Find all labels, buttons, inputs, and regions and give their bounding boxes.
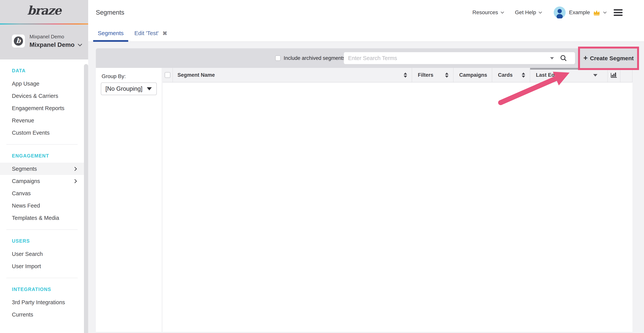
sidebar-item-app-usage[interactable]: App Usage bbox=[0, 78, 84, 90]
section-title-data: DATA bbox=[0, 68, 84, 78]
braze-logo[interactable]: braze bbox=[0, 4, 88, 18]
section-title-engagement: ENGAGEMENT bbox=[0, 153, 84, 163]
brand-gradient-bar bbox=[0, 24, 88, 25]
sidebar-item-user-search[interactable]: User Search bbox=[0, 248, 84, 260]
sidebar-item-revenue[interactable]: Revenue bbox=[0, 114, 84, 127]
tab-segments[interactable]: Segments bbox=[93, 25, 128, 42]
chevron-down-icon[interactable] bbox=[78, 42, 82, 46]
column-segment-name[interactable]: Segment Name bbox=[173, 68, 412, 82]
sidebar-item-user-import[interactable]: User Import bbox=[0, 260, 84, 272]
select-all-checkbox[interactable] bbox=[165, 72, 170, 78]
table-body-empty bbox=[162, 83, 632, 331]
segments-table: Segment Name Filters Campaigns Cards Las… bbox=[162, 68, 632, 332]
top-bar: Segments Resources Get Help Example bbox=[88, 0, 644, 25]
table-header-row: Segment Name Filters Campaigns Cards Las… bbox=[162, 68, 632, 83]
sidebar-item-segments[interactable]: Segments bbox=[0, 163, 84, 175]
close-tab-icon[interactable]: ✖ bbox=[162, 30, 167, 37]
sort-icon[interactable] bbox=[522, 73, 525, 78]
include-archived-label: Include archived segments bbox=[284, 55, 345, 61]
chevron-down-icon bbox=[501, 10, 504, 14]
group-by-label: Group By: bbox=[102, 73, 126, 79]
sidebar-item-custom-events[interactable]: Custom Events bbox=[0, 127, 84, 139]
include-archived-checkbox[interactable] bbox=[275, 56, 280, 61]
search-icon[interactable] bbox=[560, 55, 567, 62]
sidebar-item-3rd-party-integrations[interactable]: 3rd Party Integrations bbox=[0, 296, 84, 308]
column-cards[interactable]: Cards bbox=[492, 68, 530, 82]
resources-menu[interactable]: Resources bbox=[472, 10, 504, 16]
chevron-down-icon[interactable] bbox=[603, 10, 606, 14]
search-dropdown-caret-icon[interactable] bbox=[550, 57, 554, 60]
get-help-menu[interactable]: Get Help bbox=[515, 10, 542, 16]
chevron-right-icon bbox=[73, 179, 77, 183]
sidebar-item-canvas[interactable]: Canvas bbox=[0, 187, 84, 199]
chevron-down-icon bbox=[539, 10, 542, 14]
annotation-highlight-box: + Create Segment bbox=[578, 47, 639, 70]
braze-b-icon: b bbox=[14, 37, 23, 46]
group-by-panel: Group By: [No Grouping] bbox=[96, 68, 162, 332]
user-avatar[interactable] bbox=[554, 7, 566, 19]
sidebar-nav: DATA App Usage Devices & Carriers Engage… bbox=[0, 60, 84, 321]
analytics-chart-icon bbox=[611, 72, 617, 78]
column-campaigns[interactable]: Campaigns bbox=[454, 68, 492, 82]
chevron-right-icon bbox=[73, 167, 77, 171]
column-last-edited[interactable]: Last Edited bbox=[530, 68, 608, 82]
column-analytics[interactable] bbox=[608, 68, 620, 82]
segments-toolbar: Include archived segments + Create Segme… bbox=[96, 48, 636, 68]
caret-down-icon[interactable] bbox=[593, 74, 598, 77]
workspace-app-icon: b bbox=[12, 35, 25, 48]
sidebar-item-campaigns[interactable]: Campaigns bbox=[0, 175, 84, 187]
tab-edit-test[interactable]: Edit 'Test' ✖ bbox=[130, 25, 172, 42]
create-segment-button[interactable]: + Create Segment bbox=[580, 49, 637, 68]
workspace-label: Mixpanel Demo bbox=[30, 34, 82, 40]
tab-bar: Segments Edit 'Test' ✖ bbox=[88, 25, 644, 42]
workspace-name: Mixpanel Demo bbox=[30, 41, 74, 48]
group-by-select[interactable]: [No Grouping] bbox=[101, 83, 157, 95]
sidebar-item-currents[interactable]: Currents bbox=[0, 308, 84, 321]
workspace-switcher[interactable]: b Mixpanel Demo Mixpanel Demo bbox=[12, 34, 82, 48]
plus-icon: + bbox=[584, 54, 588, 62]
sidebar-item-engagement-reports[interactable]: Engagement Reports bbox=[0, 102, 84, 114]
search-box bbox=[344, 52, 575, 64]
main-content: Include archived segments + Create Segme… bbox=[88, 42, 644, 333]
crown-icon bbox=[593, 10, 600, 16]
sidebar-item-devices-carriers[interactable]: Devices & Carriers bbox=[0, 90, 84, 102]
active-tab-underline bbox=[93, 40, 128, 42]
sidebar: braze b Mixpanel Demo Mixpanel Demo DATA… bbox=[0, 0, 88, 333]
sort-icon[interactable] bbox=[404, 73, 407, 78]
caret-down-icon bbox=[147, 87, 152, 90]
sidebar-header: braze b Mixpanel Demo Mixpanel Demo bbox=[0, 0, 88, 60]
column-filters[interactable]: Filters bbox=[412, 68, 454, 82]
sidebar-scrollbar[interactable] bbox=[84, 64, 88, 333]
user-name[interactable]: Example bbox=[569, 10, 590, 16]
page-title: Segments bbox=[96, 9, 124, 16]
sort-icon[interactable] bbox=[445, 73, 448, 78]
section-title-integrations: INTEGRATIONS bbox=[0, 286, 84, 296]
section-title-users: USERS bbox=[0, 238, 84, 248]
sidebar-item-templates-media[interactable]: Templates & Media bbox=[0, 212, 84, 224]
select-all-cell bbox=[162, 68, 173, 82]
sidebar-item-news-feed[interactable]: News Feed bbox=[0, 199, 84, 212]
column-spacer bbox=[620, 68, 632, 82]
menu-icon[interactable] bbox=[614, 9, 622, 17]
search-input[interactable] bbox=[344, 52, 575, 64]
